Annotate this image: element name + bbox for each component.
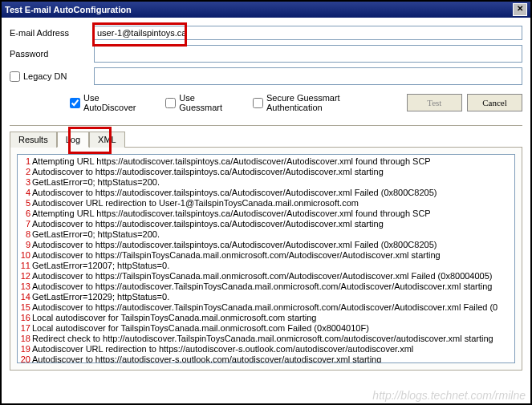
log-line-number: 20 xyxy=(19,354,30,363)
log-line: 16Local autodiscover for TailspinToysCan… xyxy=(19,313,513,323)
log-line-text: Local autodiscover for TailspinToysCanad… xyxy=(32,313,316,323)
log-line-number: 16 xyxy=(19,313,30,323)
use-autodiscover-label: Use AutoDiscover xyxy=(83,93,149,112)
email-field[interactable] xyxy=(94,26,522,40)
log-line-text: Autodiscover to https://autodiscover.Tai… xyxy=(32,281,493,292)
tab-log[interactable]: Log xyxy=(57,132,89,148)
log-line: 1Attempting URL https://autodiscover.tai… xyxy=(19,156,513,167)
log-line-text: GetLastError=12007; httpStatus=0. xyxy=(32,261,169,271)
log-line-text: Autodiscover to https://autodiscover.tai… xyxy=(32,219,384,229)
log-line-text: GetLastError=0; httpStatus=200. xyxy=(32,177,160,188)
log-line-text: GetLastError=12029; httpStatus=0. xyxy=(32,292,169,302)
log-line-text: Autodiscover to https://autodiscover.tai… xyxy=(32,240,437,250)
log-line-text: Local autodiscover for TailspinToysCanad… xyxy=(32,323,369,334)
log-line-text: Autodiscover to https://autodiscover.tai… xyxy=(32,167,384,177)
use-guessmart-label: Use Guessmart xyxy=(179,93,237,112)
log-line-text: Redirect check to http://autodiscover.Ta… xyxy=(32,334,493,344)
log-line-number: 18 xyxy=(19,334,30,344)
watermark: http://blogs.technet.com/rmilne xyxy=(372,389,526,402)
log-line-number: 13 xyxy=(19,281,30,292)
log-line-number: 2 xyxy=(19,167,30,177)
log-line-number: 8 xyxy=(19,229,30,240)
log-line: 19Autodiscover URL redirection to https:… xyxy=(19,344,513,354)
log-line: 8GetLastError=0; httpStatus=200. xyxy=(19,229,513,240)
log-line-text: Autodiscover URL redirection to User-1@T… xyxy=(32,198,359,209)
log-line-number: 7 xyxy=(19,219,30,229)
legacy-dn-field[interactable] xyxy=(94,67,522,85)
log-line-text: Autodiscover to https://autodiscover-s.o… xyxy=(32,354,381,363)
log-line-text: Attempting URL https://autodiscover.tail… xyxy=(32,209,431,219)
divider xyxy=(10,125,522,126)
log-line: 11GetLastError=12007; httpStatus=0. xyxy=(19,261,513,271)
log-line-number: 10 xyxy=(19,250,30,261)
log-line-number: 19 xyxy=(19,344,30,354)
log-line-number: 9 xyxy=(19,240,30,250)
log-line-text: Autodiscover to https://autodiscover.tai… xyxy=(32,188,437,198)
log-line: 14GetLastError=12029; httpStatus=0. xyxy=(19,292,513,302)
cancel-button[interactable]: Cancel xyxy=(467,94,522,111)
log-line-number: 14 xyxy=(19,292,30,302)
form-area: E-mail Address Password Legacy DN Use Au… xyxy=(2,18,530,120)
log-output[interactable]: 1Attempting URL https://autodiscover.tai… xyxy=(17,154,515,363)
tab-results[interactable]: Results xyxy=(10,132,57,148)
log-line-number: 5 xyxy=(19,198,30,209)
log-line-number: 15 xyxy=(19,302,30,313)
log-line-number: 17 xyxy=(19,323,30,334)
log-line-text: Autodiscover URL redirection to https://… xyxy=(32,344,413,354)
legacy-dn-label: Legacy DN xyxy=(23,71,67,81)
secure-guessmart-label: Secure Guessmart Authentication xyxy=(266,93,391,112)
log-line: 12Autodiscover to https://TailspinToysCa… xyxy=(19,271,513,281)
log-line-number: 6 xyxy=(19,209,30,219)
log-line: 3GetLastError=0; httpStatus=200. xyxy=(19,177,513,188)
log-line-number: 11 xyxy=(19,261,30,271)
log-line: 5Autodiscover URL redirection to User-1@… xyxy=(19,198,513,209)
log-line: 6Attempting URL https://autodiscover.tai… xyxy=(19,209,513,219)
tab-strip: Results Log XML xyxy=(10,131,522,147)
log-line: 13Autodiscover to https://autodiscover.T… xyxy=(19,281,513,292)
log-line-text: Attempting URL https://autodiscover.tail… xyxy=(32,156,431,167)
title-bar: Test E-mail AutoConfiguration ✕ xyxy=(2,2,530,18)
log-line: 18Redirect check to http://autodiscover.… xyxy=(19,334,513,344)
log-line-number: 12 xyxy=(19,271,30,281)
log-line: 7Autodiscover to https://autodiscover.ta… xyxy=(19,219,513,229)
log-line-number: 1 xyxy=(19,156,30,167)
close-icon[interactable]: ✕ xyxy=(513,3,527,16)
tab-xml[interactable]: XML xyxy=(89,132,125,148)
use-autodiscover-checkbox[interactable] xyxy=(70,98,80,108)
log-line-text: GetLastError=0; httpStatus=200. xyxy=(32,229,160,240)
log-line: 20Autodiscover to https://autodiscover-s… xyxy=(19,354,513,363)
legacy-dn-checkbox[interactable] xyxy=(10,71,20,82)
use-guessmart-checkbox[interactable] xyxy=(165,98,176,108)
log-line-number: 4 xyxy=(19,188,30,198)
log-line-text: Autodiscover to https://autodiscover.Tai… xyxy=(32,302,497,313)
test-button[interactable]: Test xyxy=(407,94,462,111)
tab-panel-log: 1Attempting URL https://autodiscover.tai… xyxy=(10,147,522,371)
log-line-number: 3 xyxy=(19,177,30,188)
log-line: 4Autodiscover to https://autodiscover.ta… xyxy=(19,188,513,198)
log-line: 10Autodiscover to https://TailspinToysCa… xyxy=(19,250,513,261)
password-field[interactable] xyxy=(94,45,522,63)
log-line: 2Autodiscover to https://autodiscover.ta… xyxy=(19,167,513,177)
window-title: Test E-mail AutoConfiguration xyxy=(5,2,132,18)
log-line: 15Autodiscover to https://autodiscover.T… xyxy=(19,302,513,313)
secure-guessmart-checkbox[interactable] xyxy=(253,98,263,108)
log-line-text: Autodiscover to https://TailspinToysCana… xyxy=(32,271,493,281)
password-label: Password xyxy=(10,49,94,59)
log-line: 17Local autodiscover for TailspinToysCan… xyxy=(19,323,513,334)
log-line-text: Autodiscover to https://TailspinToysCana… xyxy=(32,250,441,261)
log-line: 9Autodiscover to https://autodiscover.ta… xyxy=(19,240,513,250)
email-label: E-mail Address xyxy=(10,28,94,38)
